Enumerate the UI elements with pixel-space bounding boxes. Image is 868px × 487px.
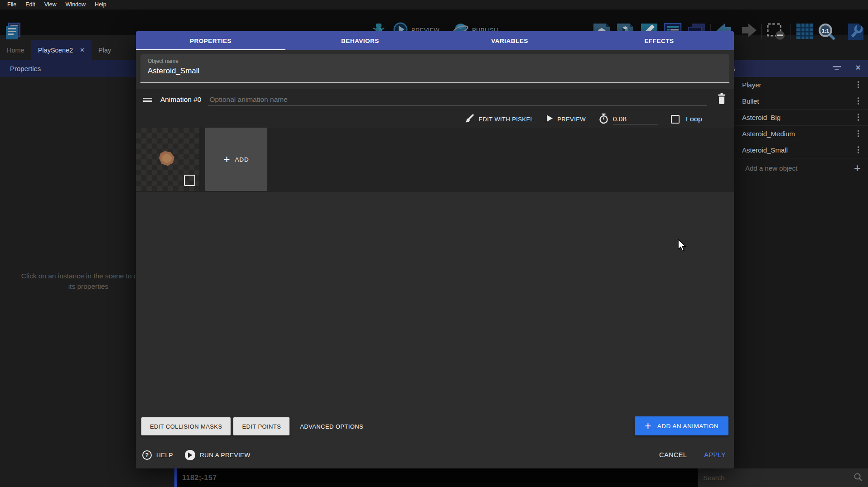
run-a-preview-button[interactable]: RUN A PREVIEW: [185, 450, 251, 460]
objects-panel-close-icon[interactable]: ✕: [853, 63, 863, 72]
clear-selection-icon[interactable]: [767, 23, 786, 43]
search-icon: [854, 473, 863, 483]
objects-search-input[interactable]: [703, 474, 854, 482]
time-between-frames-field: [598, 113, 658, 125]
dialog-bottom-bar: ? HELP RUN A PREVIEW CANCEL APPLY: [142, 449, 726, 461]
properties-panel-title: Properties: [10, 65, 41, 72]
run-preview-play-icon: [185, 450, 195, 460]
help-icon: ?: [142, 450, 152, 460]
asteroid-sprite: [159, 151, 175, 166]
object-editor-dialog: PROPERTIES BEHAVIORS VARIABLES EFFECTS O…: [136, 31, 734, 468]
loop-checkbox[interactable]: [671, 115, 680, 124]
tab-close-icon[interactable]: ✕: [80, 47, 85, 53]
toolbar-separator: [761, 24, 762, 39]
animation-card: Animation #0: [136, 89, 734, 192]
time-between-frames-input[interactable]: [613, 114, 658, 124]
object-name-field: Object name: [140, 54, 729, 83]
dialog-tab-effects[interactable]: EFFECTS: [584, 31, 734, 50]
grid-icon[interactable]: [796, 23, 814, 42]
zoom-original-icon[interactable]: 1:1: [816, 23, 837, 43]
dialog-tab-properties[interactable]: PROPERTIES: [136, 31, 285, 50]
tab-playscene2[interactable]: PlayScene2 ✕: [31, 40, 92, 60]
plus-icon: +: [645, 420, 651, 431]
menu-view[interactable]: View: [40, 0, 61, 10]
menu-window[interactable]: Window: [61, 0, 90, 10]
add-frame-button[interactable]: + ADD: [205, 128, 267, 191]
object-menu-icon[interactable]: [858, 81, 859, 88]
dialog-tab-behaviors[interactable]: BEHAVIORS: [285, 31, 435, 50]
play-icon: [546, 115, 553, 124]
plus-icon: +: [224, 154, 230, 165]
animation-title: Animation #0: [160, 95, 201, 104]
loop-label: Loop: [686, 115, 702, 123]
apply-button[interactable]: APPLY: [704, 451, 726, 458]
preview-animation-button[interactable]: PREVIEW: [546, 115, 586, 124]
help-button[interactable]: ? HELP: [142, 450, 173, 460]
object-name-label: Object name: [148, 58, 722, 64]
redo-icon[interactable]: [738, 23, 757, 42]
project-manager-icon[interactable]: [4, 21, 22, 43]
cancel-button[interactable]: CANCEL: [659, 451, 687, 458]
animation-frames-strip: + ADD: [136, 128, 734, 192]
zoom-ratio-label: 1:1: [822, 28, 829, 33]
objects-search-bar: [698, 468, 868, 487]
menu-edit[interactable]: Edit: [21, 0, 40, 10]
add-object-plus-icon[interactable]: +: [854, 161, 861, 175]
toolbar-separator: [791, 24, 791, 39]
cursor-coordinates: 1182;-157: [182, 474, 217, 482]
animation-header: Animation #0: [136, 89, 734, 110]
frame-select-checkbox[interactable]: [184, 175, 195, 186]
object-menu-icon[interactable]: [858, 114, 859, 121]
advanced-options-button[interactable]: ADVANCED OPTIONS: [292, 417, 371, 435]
object-menu-icon[interactable]: [858, 146, 859, 153]
edit-collision-masks-button[interactable]: EDIT COLLISION MASKS: [141, 417, 231, 435]
frame-thumbnail[interactable]: [136, 128, 199, 191]
animation-actions-row: EDIT WITH PISKEL PREVIEW: [136, 110, 734, 128]
object-name-input[interactable]: [148, 67, 722, 76]
tools-icon[interactable]: [846, 23, 865, 43]
brush-icon: [464, 114, 474, 125]
delete-animation-trash-icon[interactable]: [717, 93, 727, 107]
menu-bar: File Edit View Window Help: [0, 0, 868, 10]
menu-file[interactable]: File: [3, 0, 21, 10]
edit-with-piskel-button[interactable]: EDIT WITH PISKEL: [464, 114, 534, 125]
toolbar-separator: [842, 24, 842, 39]
tab-play-partial[interactable]: Play: [92, 40, 118, 60]
scene-status-bar: 1182;-157: [174, 468, 698, 487]
add-an-animation-button[interactable]: + ADD AN ANIMATION: [635, 416, 728, 435]
stopwatch-icon: [598, 113, 609, 125]
edit-points-button[interactable]: EDIT POINTS: [233, 417, 289, 435]
object-menu-icon[interactable]: [858, 97, 859, 105]
filter-icon[interactable]: [832, 65, 842, 73]
dialog-footer-buttons: EDIT COLLISION MASKS EDIT POINTS ADVANCE…: [141, 417, 371, 435]
animation-name-input[interactable]: [208, 94, 707, 106]
mouse-cursor: [678, 239, 688, 254]
dialog-tab-variables[interactable]: VARIABLES: [435, 31, 584, 50]
drag-handle-icon[interactable]: [143, 96, 152, 104]
menu-help[interactable]: Help: [90, 0, 111, 10]
object-menu-icon[interactable]: [858, 130, 859, 137]
dialog-tab-bar: PROPERTIES BEHAVIORS VARIABLES EFFECTS: [136, 31, 734, 50]
gdevelop-window: File Edit View Window Help: [0, 0, 868, 487]
loop-toggle[interactable]: Loop: [671, 115, 702, 124]
